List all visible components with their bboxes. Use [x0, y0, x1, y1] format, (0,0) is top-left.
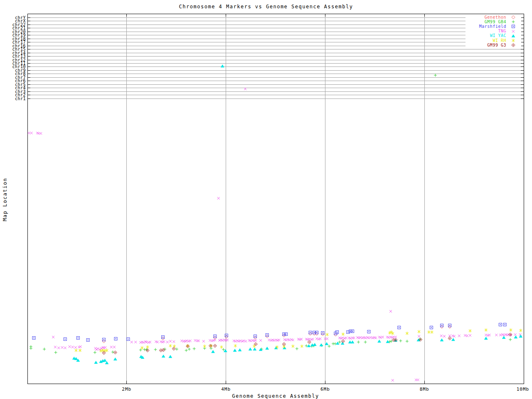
x-tick-label-6mb: 6Mb [320, 387, 330, 392]
x-tick-label-2mb: 2Mb [122, 387, 131, 392]
diamond-dot-icon [506, 43, 520, 47]
series-marshfield [32, 323, 506, 342]
legend-item-marshfield: Marshfield [470, 24, 520, 29]
plus-icon [506, 20, 520, 24]
legend: GenethonGM99 GB4MarshfieldTNGWI YACWI RH… [466, 15, 521, 48]
legend-label: WI RH [493, 39, 506, 43]
open-diamond-icon [506, 15, 520, 20]
series-tng [28, 88, 522, 382]
legend-item-genethon: Genethon [470, 15, 520, 20]
plot-area [0, 0, 532, 399]
legend-item-gm99-g3: GM99 G3 [470, 43, 520, 47]
legend-label: WI YAC [490, 34, 506, 38]
series-gm99-g3 [102, 333, 512, 355]
series-wi-yac [72, 65, 522, 365]
legend-label: GM99 G3 [487, 43, 506, 47]
square-dot-icon [506, 24, 520, 29]
star-icon [506, 38, 520, 43]
cross-icon [506, 29, 520, 34]
series-wi-rh [75, 328, 522, 352]
chart-canvas: Chromosome 4 Markers vs Genome Sequence … [0, 0, 532, 399]
legend-label: TNG [498, 29, 506, 33]
triangle-icon [506, 34, 520, 38]
series-gm99-gb4 [30, 74, 512, 354]
legend-item-wi-rh: WI RH [470, 38, 520, 43]
legend-item-tng: TNG [470, 29, 520, 34]
legend-item-gm99-gb4: GM99 GB4 [470, 20, 520, 24]
legend-item-wi-yac: WI YAC [470, 34, 520, 38]
x-tick-label-8mb: 8Mb [420, 387, 429, 392]
x-tick-label-4mb: 4Mb [221, 387, 231, 392]
y-axis-label-chr1: chr1 [0, 97, 26, 101]
legend-label: Marshfield [479, 25, 506, 29]
legend-label: Genethon [485, 15, 506, 20]
x-tick-label-10mb: 10Mb [517, 387, 530, 392]
legend-label: GM99 GB4 [485, 20, 506, 24]
